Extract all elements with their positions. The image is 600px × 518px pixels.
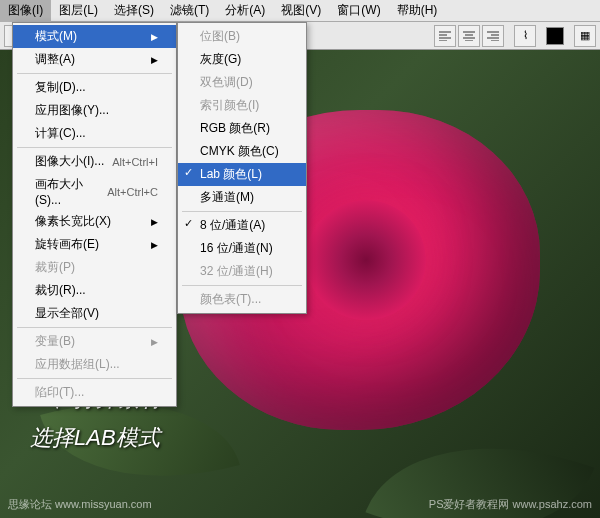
menu-item[interactable]: 画布大小(S)...Alt+Ctrl+C	[13, 173, 176, 210]
submenu-item: 双色调(D)	[178, 71, 306, 94]
submenu-arrow-icon: ▶	[151, 337, 158, 347]
submenu-arrow-icon: ▶	[151, 55, 158, 65]
menu-item-label: 画布大小(S)...	[35, 176, 107, 207]
menu-item-label: 像素长宽比(X)	[35, 213, 111, 230]
menu-item[interactable]: 计算(C)...	[13, 122, 176, 145]
submenu-item: 位图(B)	[178, 25, 306, 48]
submenu-item-label: 32 位/通道(H)	[200, 264, 273, 278]
submenu-item[interactable]: RGB 颜色(R)	[178, 117, 306, 140]
caption-line2: 选择LAB模式	[30, 418, 162, 458]
submenu-item-label: CMYK 颜色(C)	[200, 144, 279, 158]
menu-item-label: 陷印(T)...	[35, 384, 84, 401]
submenu-item[interactable]: 多通道(M)	[178, 186, 306, 209]
menu-item: 裁剪(P)	[13, 256, 176, 279]
menu-item[interactable]: 调整(A)▶	[13, 48, 176, 71]
watermark-right: PS爱好者教程网 www.psahz.com	[429, 497, 592, 512]
menu-item-label: 裁切(R)...	[35, 282, 86, 299]
submenu-item[interactable]: 灰度(G)	[178, 48, 306, 71]
submenu-item: 32 位/通道(H)	[178, 260, 306, 283]
menu-item-label: 应用数据组(L)...	[35, 356, 120, 373]
menu-item[interactable]: 复制(D)...	[13, 76, 176, 99]
menu-shortcut: Alt+Ctrl+I	[112, 156, 158, 168]
check-icon: ✓	[184, 217, 193, 230]
menu-item: 应用数据组(L)...	[13, 353, 176, 376]
submenu-item-label: 灰度(G)	[200, 52, 241, 66]
submenu-item-label: 位图(B)	[200, 29, 240, 43]
mode-submenu: 位图(B)灰度(G)双色调(D)索引颜色(I)RGB 颜色(R)CMYK 颜色(…	[177, 22, 307, 314]
menu-item[interactable]: 应用图像(Y)...	[13, 99, 176, 122]
text-warp-button[interactable]: ⌇	[514, 25, 536, 47]
submenu-item-label: Lab 颜色(L)	[200, 167, 262, 181]
submenu-item-label: 颜色表(T)...	[200, 292, 261, 306]
submenu-item-label: 多通道(M)	[200, 190, 254, 204]
menu-item-label: 变量(B)	[35, 333, 75, 350]
submenu-item[interactable]: ✓Lab 颜色(L)	[178, 163, 306, 186]
menu-item-label: 计算(C)...	[35, 125, 86, 142]
menu-separator	[17, 147, 172, 148]
menu-item: 变量(B)▶	[13, 330, 176, 353]
menu-item-label: 复制(D)...	[35, 79, 86, 96]
align-center-button[interactable]	[458, 25, 480, 47]
menu-window[interactable]: 窗口(W)	[329, 0, 388, 22]
menu-separator	[182, 211, 302, 212]
menu-item-label: 裁剪(P)	[35, 259, 75, 276]
menu-item-label: 图像大小(I)...	[35, 153, 104, 170]
submenu-item-label: 双色调(D)	[200, 75, 253, 89]
submenu-arrow-icon: ▶	[151, 32, 158, 42]
submenu-item-label: 8 位/通道(A)	[200, 218, 265, 232]
menu-separator	[17, 327, 172, 328]
check-icon: ✓	[184, 166, 193, 179]
menu-analysis[interactable]: 分析(A)	[217, 0, 273, 22]
submenu-arrow-icon: ▶	[151, 240, 158, 250]
menu-select[interactable]: 选择(S)	[106, 0, 162, 22]
submenu-item[interactable]: 16 位/通道(N)	[178, 237, 306, 260]
menu-layer[interactable]: 图层(L)	[51, 0, 106, 22]
menu-view[interactable]: 视图(V)	[273, 0, 329, 22]
menu-item[interactable]: 图像大小(I)...Alt+Ctrl+I	[13, 150, 176, 173]
menu-item: 陷印(T)...	[13, 381, 176, 404]
submenu-item-label: 16 位/通道(N)	[200, 241, 273, 255]
menu-item[interactable]: 像素长宽比(X)▶	[13, 210, 176, 233]
menu-item-label: 旋转画布(E)	[35, 236, 99, 253]
submenu-item-label: 索引颜色(I)	[200, 98, 259, 112]
submenu-item: 索引颜色(I)	[178, 94, 306, 117]
menu-separator	[17, 378, 172, 379]
menu-separator	[17, 73, 172, 74]
menu-separator	[182, 285, 302, 286]
color-swatch[interactable]	[546, 27, 564, 45]
submenu-item-label: RGB 颜色(R)	[200, 121, 270, 135]
menu-item-label: 显示全部(V)	[35, 305, 99, 322]
menu-image[interactable]: 图像(I)	[0, 0, 51, 22]
submenu-item: 颜色表(T)...	[178, 288, 306, 311]
menubar: 图像(I) 图层(L) 选择(S) 滤镜(T) 分析(A) 视图(V) 窗口(W…	[0, 0, 600, 22]
menu-item[interactable]: 旋转画布(E)▶	[13, 233, 176, 256]
align-right-button[interactable]	[482, 25, 504, 47]
menu-item[interactable]: 显示全部(V)	[13, 302, 176, 325]
menu-filter[interactable]: 滤镜(T)	[162, 0, 217, 22]
submenu-item[interactable]: CMYK 颜色(C)	[178, 140, 306, 163]
menu-item-label: 调整(A)	[35, 51, 75, 68]
menu-item-label: 应用图像(Y)...	[35, 102, 109, 119]
menu-item[interactable]: 模式(M)▶	[13, 25, 176, 48]
align-left-button[interactable]	[434, 25, 456, 47]
menu-shortcut: Alt+Ctrl+C	[107, 186, 158, 198]
palette-button[interactable]: ▦	[574, 25, 596, 47]
menu-item-label: 模式(M)	[35, 28, 77, 45]
submenu-item[interactable]: ✓8 位/通道(A)	[178, 214, 306, 237]
menu-item[interactable]: 裁切(R)...	[13, 279, 176, 302]
watermark-left: 思缘论坛 www.missyuan.com	[8, 497, 152, 512]
submenu-arrow-icon: ▶	[151, 217, 158, 227]
menu-help[interactable]: 帮助(H)	[389, 0, 446, 22]
image-menu-dropdown: 模式(M)▶调整(A)▶复制(D)...应用图像(Y)...计算(C)...图像…	[12, 22, 177, 407]
